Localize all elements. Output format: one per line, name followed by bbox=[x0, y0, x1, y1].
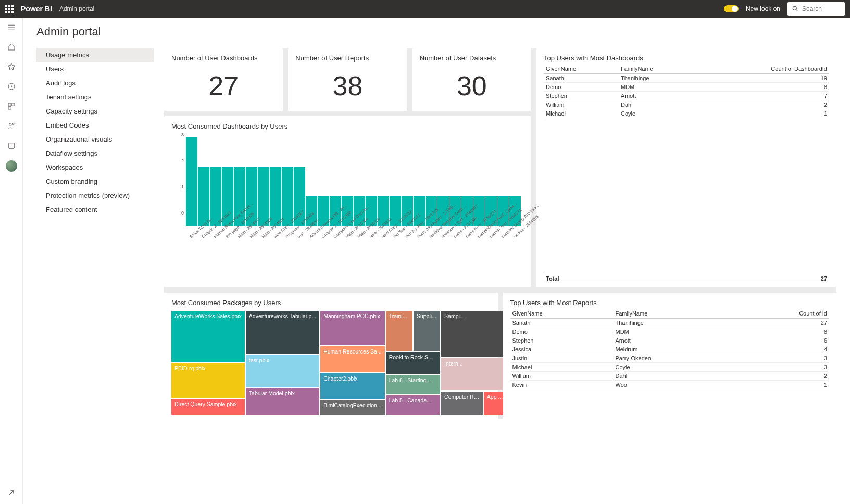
table-header: FamilyName bbox=[619, 64, 698, 74]
hamburger-icon[interactable] bbox=[6, 22, 17, 32]
treemap-cell[interactable]: Chapter2.pbix bbox=[320, 373, 384, 399]
top-users-reports-card: Top Users with Most Reports GivenNameFam… bbox=[503, 293, 837, 419]
treemap-cell[interactable]: Rooki to Rock S... bbox=[386, 352, 440, 374]
brand: Power BI bbox=[21, 5, 52, 13]
table-row: JessicaMeldrum4 bbox=[510, 345, 830, 354]
svg-rect-8 bbox=[8, 107, 11, 109]
nav-item[interactable]: Featured content bbox=[36, 203, 154, 217]
kpi-title: Number of User Dashboards bbox=[171, 54, 276, 62]
table-row: StephenArnott7 bbox=[544, 92, 829, 100]
kpi-row: Number of User Dashboards27Number of Use… bbox=[164, 48, 531, 111]
new-look-label: New look on bbox=[746, 5, 780, 12]
table-row: MichaelCoyle1 bbox=[544, 109, 829, 118]
svg-rect-11 bbox=[8, 143, 14, 149]
treemap-cell[interactable]: Lab 8 - Starting... bbox=[386, 375, 440, 395]
favorites-icon[interactable] bbox=[6, 61, 17, 72]
table-header: Count of Id bbox=[733, 309, 829, 319]
treemap-cell[interactable]: Suppli... bbox=[414, 311, 440, 351]
card-title: Most Consumed Packages by Users bbox=[171, 299, 491, 307]
table-row: KevinWoo1 bbox=[510, 381, 830, 389]
kpi-value: 30 bbox=[420, 64, 524, 107]
treemap-cell[interactable]: Direct Query Sample.pbix bbox=[171, 399, 245, 415]
svg-line-1 bbox=[796, 10, 798, 11]
nav-item[interactable]: Users bbox=[36, 62, 154, 76]
main: Admin portal Usage metricsUsersAudit log… bbox=[23, 18, 850, 504]
treemap-cell[interactable]: Computer Re... bbox=[441, 392, 483, 415]
treemap-cell[interactable]: Human Resources Sa... bbox=[320, 346, 384, 372]
nav-item[interactable]: Capacity settings bbox=[36, 104, 154, 118]
top-users-reports-table: GivenNameFamilyNameCount of IdSanathThan… bbox=[510, 309, 830, 389]
portal-name: Admin portal bbox=[59, 5, 94, 12]
table-row: WilliamDahl2 bbox=[510, 372, 830, 381]
y-axis: 3210 bbox=[173, 132, 184, 216]
recent-icon[interactable] bbox=[6, 81, 17, 92]
nav-item[interactable]: Usage metrics bbox=[36, 48, 154, 62]
top-users-dashboards-card: Top Users with Most Dashboards GivenName… bbox=[536, 48, 836, 287]
search-box[interactable] bbox=[788, 2, 845, 16]
x-axis-labels: Sales Team D...Chapter 2 - 2914621Human … bbox=[171, 226, 524, 262]
table-row: StephenArnott6 bbox=[510, 336, 830, 345]
kpi-card: Number of User Dashboards27 bbox=[164, 48, 283, 111]
top-users-dashboards-table: GivenNameFamilyNameCount of DashboardIdS… bbox=[544, 64, 829, 118]
treemap: AdventureWorks Sales.pbixPBID-rq.pbixDir… bbox=[171, 311, 491, 415]
treemap-cell[interactable]: Intern... bbox=[441, 358, 508, 390]
treemap-cell[interactable]: Manningham POC.pbix bbox=[320, 311, 384, 345]
avatar[interactable] bbox=[6, 160, 17, 172]
topbar: Power BI Admin portal New look on bbox=[0, 0, 850, 18]
nav-item[interactable]: Organizational visuals bbox=[36, 132, 154, 146]
table-header: FamilyName bbox=[614, 309, 733, 319]
treemap-cell[interactable]: Lab 5 - Canada... bbox=[386, 395, 440, 415]
treemap-cell[interactable]: AdventureWorks Sales.pbix bbox=[171, 311, 245, 362]
expand-icon[interactable] bbox=[6, 487, 17, 498]
kpi-card: Number of User Reports38 bbox=[288, 48, 407, 111]
treemap-cell[interactable]: Trainin... bbox=[386, 311, 413, 351]
card-title: Top Users with Most Dashboards bbox=[544, 54, 829, 62]
workspaces-icon[interactable] bbox=[6, 141, 17, 151]
nav-item[interactable]: Audit logs bbox=[36, 76, 154, 90]
kpi-value: 38 bbox=[295, 64, 399, 107]
app-launcher-icon[interactable] bbox=[5, 5, 14, 13]
table-row: JustinParry-Okeden3 bbox=[510, 354, 830, 363]
table-header: Count of DashboardId bbox=[698, 64, 829, 74]
treemap-cell[interactable]: Adventureworks Tabular.p... bbox=[246, 311, 319, 354]
table-row: DemoMDM8 bbox=[544, 83, 829, 92]
nav-item[interactable]: Workspaces bbox=[36, 160, 154, 174]
treemap-cell[interactable]: Sampl... bbox=[441, 311, 508, 357]
table-header: GivenName bbox=[544, 64, 619, 74]
nav-item[interactable]: Custom branding bbox=[36, 174, 154, 188]
total-row: Total27 bbox=[544, 273, 829, 283]
kpi-title: Number of User Reports bbox=[295, 54, 399, 62]
search-icon bbox=[792, 5, 799, 12]
kpi-title: Number of User Datasets bbox=[420, 54, 524, 62]
search-input[interactable] bbox=[802, 5, 839, 12]
admin-nav: Usage metricsUsersAudit logsTenant setti… bbox=[36, 48, 154, 217]
page-title: Admin portal bbox=[36, 25, 836, 39]
table-header: GivenName bbox=[510, 309, 614, 319]
home-icon[interactable] bbox=[6, 42, 17, 52]
treemap-cell[interactable]: PBID-rq.pbix bbox=[171, 363, 245, 398]
table-row: SanathThanihinge27 bbox=[510, 319, 830, 327]
left-rail bbox=[0, 18, 23, 504]
apps-icon[interactable] bbox=[6, 101, 17, 111]
nav-item[interactable]: Tenant settings bbox=[36, 90, 154, 104]
treemap-cell[interactable]: BimlCatalogExecution... bbox=[320, 400, 384, 415]
nav-item[interactable]: Protection metrics (preview) bbox=[36, 188, 154, 203]
nav-item[interactable]: Embed Codes bbox=[36, 118, 154, 132]
new-look-toggle[interactable] bbox=[724, 5, 739, 12]
table-row: WilliamDahl2 bbox=[544, 100, 829, 109]
svg-point-10 bbox=[12, 123, 14, 125]
nav-item[interactable]: Dataflow settings bbox=[36, 146, 154, 160]
treemap-cell[interactable]: test.pbix bbox=[246, 355, 319, 387]
most-consumed-dashboards-card: Most Consumed Dashboards by Users 3210 S… bbox=[164, 116, 531, 287]
kpi-value: 27 bbox=[171, 64, 276, 107]
table-row: DemoMDM8 bbox=[510, 327, 830, 336]
shared-icon[interactable] bbox=[6, 121, 17, 131]
svg-rect-7 bbox=[11, 103, 14, 106]
card-title: Most Consumed Dashboards by Users bbox=[171, 122, 524, 130]
treemap-cell[interactable]: Tabular Model.pbix bbox=[246, 388, 319, 415]
svg-point-9 bbox=[9, 123, 11, 126]
bar[interactable] bbox=[186, 137, 197, 226]
card-title: Top Users with Most Reports bbox=[510, 299, 830, 307]
svg-rect-6 bbox=[8, 103, 11, 106]
bar[interactable] bbox=[198, 167, 209, 226]
